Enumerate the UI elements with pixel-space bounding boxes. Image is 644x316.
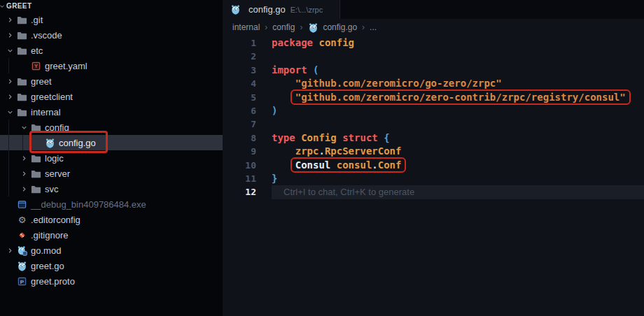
code-line-content[interactable]: package config: [272, 36, 644, 50]
breadcrumb-label: config: [272, 22, 295, 32]
tree-item-label: .gitignore: [31, 230, 68, 240]
code-line[interactable]: 7: [223, 117, 644, 131]
tab-config-go[interactable]: config.go E:\...\zrpc: [223, 0, 340, 19]
code-line[interactable]: 11}: [223, 172, 644, 185]
breadcrumb-separator: ›: [300, 22, 302, 32]
tree-item-config[interactable]: config: [0, 120, 223, 135]
tree-item-greet-go[interactable]: greet.go: [0, 258, 223, 273]
breadcrumb-item-internal[interactable]: internal: [232, 22, 260, 32]
tree-item-etc[interactable]: etc: [0, 43, 223, 58]
code-line-content[interactable]: import (: [272, 64, 644, 77]
code-token: consul: [337, 159, 372, 171]
go-icon: [44, 137, 56, 148]
breadcrumb-label: ...: [370, 22, 377, 32]
tree-item-logic[interactable]: logic: [0, 150, 223, 166]
code-line[interactable]: 4 "github.com/zeromicro/go-zero/zrpc": [223, 77, 644, 90]
code-line-content[interactable]: ): [272, 104, 644, 117]
breadcrumb-item-config-go[interactable]: config.go: [307, 22, 357, 33]
code-line[interactable]: 1package config: [223, 36, 644, 50]
code-token: [337, 132, 342, 143]
code-line[interactable]: 9 zrpc.RpcServerConf: [223, 145, 644, 158]
chevron-down-icon[interactable]: [18, 122, 30, 133]
code-token: "github.com/zeromicro/zero-contrib/zrpc/…: [295, 92, 626, 103]
code-line[interactable]: 2: [223, 50, 644, 63]
tree-item-config-go[interactable]: config.go: [0, 135, 223, 150]
chevron-spacer: [4, 229, 16, 240]
tree-item-server[interactable]: server: [0, 166, 223, 181]
indent-guide: [8, 150, 9, 166]
tab-bar: config.go E:\...\zrpc: [223, 0, 644, 19]
breadcrumb-separator: ›: [362, 22, 365, 32]
code-token: config: [318, 37, 354, 48]
code-token: .: [372, 159, 377, 171]
tree-item-vscode[interactable]: .vscode: [0, 27, 223, 43]
git-icon: [16, 229, 28, 240]
code-line-content[interactable]: "github.com/zeromicro/zero-contrib/zrpc/…: [272, 91, 644, 104]
chevron-right-icon[interactable]: [4, 14, 16, 25]
chevron-down-icon[interactable]: [4, 45, 16, 56]
folder-icon: [16, 91, 28, 102]
code-line-content[interactable]: [272, 50, 644, 63]
tree-item-git[interactable]: .git: [0, 12, 223, 27]
folder-icon: [30, 122, 42, 133]
chevron-right-icon[interactable]: [18, 152, 30, 164]
folder-icon: [16, 76, 28, 87]
chevron-down-icon[interactable]: [4, 106, 16, 117]
tree-item-greet[interactable]: greet: [0, 73, 223, 89]
ide-window: GREET .git.vscodeetcYgreet.yamlgreetgree…: [0, 0, 644, 316]
tree-item-gitignore[interactable]: .gitignore: [0, 227, 223, 243]
folder-icon: [16, 29, 28, 41]
folder-icon: [16, 45, 28, 56]
chevron-right-icon[interactable]: [4, 245, 16, 256]
code-token: package: [272, 37, 313, 48]
inline-chat-hint-strip[interactable]: Ctrl+I to chat, Ctrl+K to generate: [272, 185, 644, 199]
tree-item-greet-yaml[interactable]: Ygreet.yaml: [0, 58, 223, 73]
line-number: 8: [223, 131, 256, 145]
code-line-content[interactable]: zrpc.RpcServerConf: [272, 145, 644, 158]
chevron-right-icon[interactable]: [18, 183, 30, 194]
chevron-right-icon[interactable]: [4, 91, 16, 102]
code-token: .: [318, 145, 324, 157]
code-editor[interactable]: 1package config23import (4 "github.com/z…: [223, 36, 644, 199]
code-token: [272, 145, 295, 157]
explorer-section-header[interactable]: GREET: [0, 0, 223, 12]
code-line-content[interactable]: type Config struct {: [272, 131, 644, 145]
folder-icon: [30, 152, 42, 164]
code-line-content[interactable]: Consul consul.Conf: [272, 159, 644, 172]
code-line[interactable]: 10 Consul consul.Conf: [223, 159, 644, 172]
folder-icon: [30, 183, 42, 194]
line-number: 9: [223, 145, 256, 158]
code-line[interactable]: 12Ctrl+I to chat, Ctrl+K to generate: [223, 185, 644, 199]
code-line[interactable]: 3import (: [223, 64, 644, 77]
code-line[interactable]: 8type Config struct {: [223, 131, 644, 145]
tree-item-greet-proto[interactable]: Pgreet.proto: [0, 273, 223, 289]
code-line-content[interactable]: "github.com/zeromicro/go-zero/zrpc": [272, 77, 644, 90]
chevron-right-icon[interactable]: [4, 29, 16, 41]
tree-item-debug-bin409786484-exe[interactable]: __debug_bin409786484.exe: [0, 196, 223, 212]
code-token: ): [272, 105, 277, 116]
code-line-content[interactable]: }: [272, 172, 644, 185]
code-line[interactable]: 5 "github.com/zeromicro/zero-contrib/zrp…: [223, 91, 644, 104]
code-line[interactable]: 6): [223, 104, 644, 117]
chevron-down-icon: [0, 1, 6, 12]
tree-item-internal[interactable]: internal: [0, 104, 223, 120]
tree-item-label: etc: [31, 45, 43, 56]
tree-item-label: .git: [31, 15, 43, 25]
tree-item-editorconfig[interactable]: ⚙.editorconfig: [0, 212, 223, 227]
code-line-content[interactable]: [272, 117, 644, 131]
code-token: [307, 64, 313, 76]
breadcrumb-label: config.go: [323, 22, 357, 32]
tree-item-greetclient[interactable]: greetclient: [0, 89, 223, 104]
tree-item-go-mod[interactable]: go.mod: [0, 243, 223, 258]
chevron-spacer: [18, 60, 30, 71]
chevron-right-icon[interactable]: [4, 76, 16, 87]
breadcrumb-item-config[interactable]: config: [272, 22, 295, 32]
code-token: struct: [342, 132, 378, 143]
chevron-spacer: [4, 275, 16, 287]
gomod-icon: [16, 245, 28, 256]
tree-item-svc[interactable]: svc: [0, 181, 223, 196]
breadcrumb-item-[interactable]: ...: [370, 22, 377, 32]
chevron-right-icon[interactable]: [18, 168, 30, 179]
line-number: 4: [223, 77, 256, 90]
code-token: RpcServerConf: [325, 145, 402, 157]
